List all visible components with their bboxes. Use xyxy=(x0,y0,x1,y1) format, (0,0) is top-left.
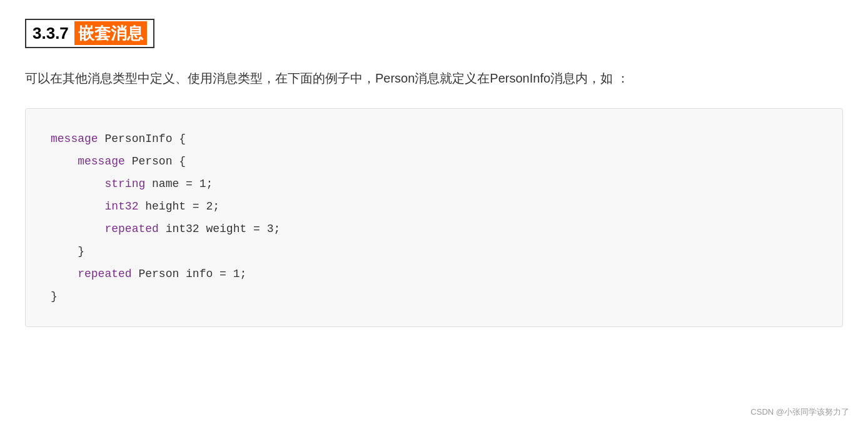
heading-highlight: 嵌套消息 xyxy=(74,21,147,45)
description-text: 可以在其他消息类型中定义、使用消息类型，在下面的例子中，Person消息就定义在… xyxy=(25,67,843,89)
section-heading: 3.3.7 嵌套消息 xyxy=(25,19,843,48)
watermark: CSDN @小张同学该努力了 xyxy=(750,406,849,418)
heading-box: 3.3.7 嵌套消息 xyxy=(25,19,154,48)
code-line-1: message PersonInfo { xyxy=(51,128,817,150)
heading-number: 3.3.7 xyxy=(33,24,69,43)
code-line-6: } xyxy=(51,240,817,263)
code-line-7: repeated Person info = 1; xyxy=(51,263,817,285)
code-line-4: int32 height = 2; xyxy=(51,195,817,218)
code-line-2: message Person { xyxy=(51,150,817,173)
code-line-8: } xyxy=(51,285,817,308)
code-line-5: repeated int32 weight = 3; xyxy=(51,218,817,240)
code-line-3: string name = 1; xyxy=(51,173,817,195)
code-block: message PersonInfo { message Person { st… xyxy=(25,108,843,327)
